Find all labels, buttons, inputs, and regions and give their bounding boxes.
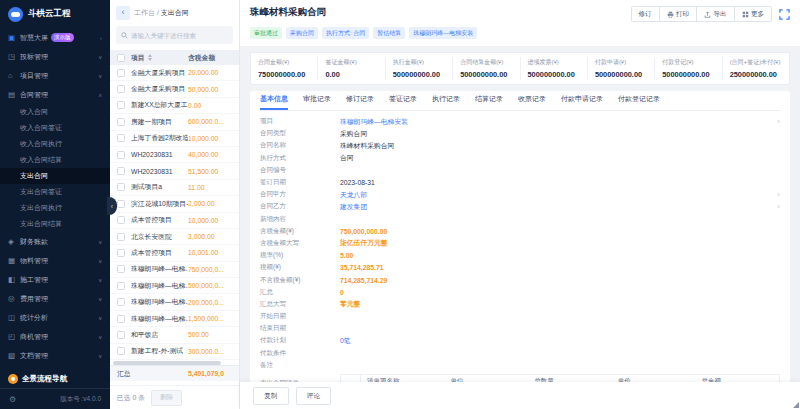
row-checkbox[interactable] — [117, 265, 125, 273]
comment-button[interactable]: 评论 — [296, 387, 332, 405]
list-item[interactable]: 成本管控项目 10,000.00 — [110, 213, 239, 229]
sidebar-item[interactable]: 收入合同 — [0, 104, 110, 120]
row-checkbox[interactable] — [117, 315, 125, 323]
app-logo-icon — [8, 7, 23, 22]
stat-item: 签证金额(¥) 0.00 — [317, 57, 384, 80]
tab[interactable]: 结算记录 — [475, 91, 503, 110]
field-value: 零元整 — [340, 299, 360, 309]
process-navigator[interactable]: 全景流程导航 — [0, 369, 110, 388]
row-checkbox[interactable] — [117, 183, 125, 191]
sidebar-item[interactable]: 收入合同执行 — [0, 136, 110, 152]
search-input[interactable] — [131, 32, 228, 39]
list-item[interactable]: 金融大厦采购项目 50,000.00 — [110, 81, 239, 97]
row-checkbox[interactable] — [117, 85, 125, 93]
list-item[interactable]: 珠穆朗玛峰—电梯... 500,000,0... — [110, 278, 239, 294]
copy-button[interactable]: 复制 — [253, 387, 289, 405]
sidebar-item[interactable]: ▤ 合同管理 ∧ — [0, 85, 110, 104]
list-item[interactable]: 珠穆朗玛峰—电梯... 750,000,0... — [110, 262, 239, 278]
delete-button[interactable]: 删除 — [151, 390, 182, 406]
row-checkbox[interactable] — [117, 151, 125, 159]
sidebar-item[interactable]: ◎ 费用管理 ∨ — [0, 289, 110, 308]
stat-value: 500000000.00 — [595, 70, 647, 79]
field-label: 合同乙方 — [260, 202, 340, 211]
field-label: 执行方式 — [260, 154, 340, 163]
sidebar-item[interactable]: ◰ 商机管理 ∨ — [0, 327, 110, 346]
tab[interactable]: 修订记录 — [346, 91, 374, 110]
export-button[interactable]: 导出 — [696, 7, 734, 21]
tab[interactable]: 执行记录 — [432, 91, 460, 110]
select-all-checkbox[interactable] — [117, 54, 125, 62]
sidebar-item[interactable]: 支出合同执行 — [0, 200, 110, 216]
row-checkbox[interactable] — [117, 200, 125, 208]
sidebar-item[interactable]: 支出合同 — [0, 168, 110, 184]
list-item[interactable]: 金融大厦采购项目 20,000.00 — [110, 65, 239, 81]
list-item[interactable]: 上海丁香园2期改造... 10,000.00 — [110, 131, 239, 147]
field-row: 合同甲方 天龙八部 › — [260, 189, 780, 201]
tab[interactable]: 付款登记记录 — [618, 91, 660, 110]
row-checkbox[interactable] — [117, 69, 125, 77]
row-checkbox[interactable] — [117, 118, 125, 126]
field-label: 合同名称 — [260, 141, 340, 150]
sidebar-item[interactable]: 收入合同结算 — [0, 152, 110, 168]
list-item[interactable]: 新建工程-外-测试 300,000.0... — [110, 344, 239, 360]
tab[interactable]: 审批记录 — [303, 91, 331, 110]
search-box[interactable] — [116, 26, 233, 44]
summary-row: 汇总 5,401,079,0 — [110, 365, 239, 381]
sidebar-item[interactable]: ◧ 施工管理 ∨ — [0, 270, 110, 289]
sidebar-item[interactable]: ◳ 投标管理 ∨ — [0, 47, 110, 66]
row-checkbox[interactable] — [117, 249, 125, 257]
sidebar-item[interactable]: ◈ 财务账款 ∨ — [0, 232, 110, 251]
sidebar-item[interactable]: 支出合同签证 — [0, 184, 110, 200]
row-checkbox[interactable] — [117, 101, 125, 109]
list-item[interactable]: 滨江花城10期项目-... 2,000.00 — [110, 196, 239, 212]
list-item[interactable]: WH20230831 40,000.00 — [110, 147, 239, 163]
list-item[interactable]: 和平饭店 500.00 — [110, 327, 239, 343]
sidebar-item[interactable]: 收入合同签证 — [0, 120, 110, 136]
stat-value: 500000000.00 — [393, 70, 445, 79]
sidebar-item[interactable]: ▧ 文档管理 ∨ — [0, 346, 110, 365]
tab[interactable]: 基本信息 — [260, 91, 288, 110]
back-button[interactable]: ‹ — [116, 6, 130, 20]
sidebar-item[interactable]: ⌂ 项目管理 ∨ — [0, 66, 110, 85]
row-checkbox[interactable] — [117, 298, 125, 306]
chevron-right-icon[interactable]: › — [777, 190, 780, 199]
list-item[interactable]: 测试项目a 11.00 — [110, 180, 239, 196]
more-button[interactable]: 更多 — [734, 7, 772, 21]
row-checkbox[interactable] — [117, 167, 125, 175]
row-checkbox[interactable] — [117, 331, 125, 339]
sidebar-item[interactable]: 支出合同结算 — [0, 216, 110, 232]
list-item[interactable]: 珠穆朗玛峰—电梯... 200,000,0... — [110, 294, 239, 310]
tab[interactable]: 付款申请记录 — [561, 91, 603, 110]
list-item[interactable]: 房建一期项目 600,000.0... — [110, 114, 239, 130]
menu-icon: ◧ — [8, 275, 20, 284]
field-value: 珠峰材料采购合同 — [340, 141, 394, 151]
revise-button[interactable]: 修订 — [632, 7, 659, 21]
stat-value: 0.00 — [325, 70, 377, 79]
tab[interactable]: 签证记录 — [389, 91, 417, 110]
row-project-name: 成本管控项目 — [131, 215, 188, 225]
chevron-right-icon[interactable]: › — [777, 117, 780, 126]
tab[interactable]: 收票记录 — [518, 91, 546, 110]
sidebar-item[interactable]: ▦ 物料管理 ∨ — [0, 251, 110, 270]
fullscreen-button[interactable] — [779, 9, 790, 20]
row-checkbox[interactable] — [117, 233, 125, 241]
row-checkbox[interactable] — [117, 282, 125, 290]
row-checkbox[interactable] — [117, 216, 125, 224]
row-checkbox[interactable] — [117, 347, 125, 355]
list-item[interactable]: 新建XX总部大厦工... 0.00 — [110, 98, 239, 114]
column-project[interactable]: 项目 — [131, 53, 145, 63]
list-item[interactable]: WH20230831 51,500.00 — [110, 163, 239, 179]
sidebar-item[interactable]: ▣ 智慧大屏 演示版 › — [0, 28, 110, 47]
list-item[interactable]: 北京长安医院 3,000.00 — [110, 229, 239, 245]
sort-icon[interactable] — [148, 54, 152, 61]
row-checkbox[interactable] — [117, 134, 125, 142]
gear-icon[interactable]: ⚙ — [9, 395, 16, 404]
list-item[interactable]: 成本管控项目 10,001.00 — [110, 245, 239, 261]
sidebar-item[interactable]: ◫ 统计分析 ∨ — [0, 308, 110, 327]
list-item[interactable]: 珠穆朗玛峰—电梯... 1,500,000... — [110, 311, 239, 327]
breadcrumb-parent[interactable]: 工作台 — [134, 9, 155, 16]
field-label: 合同编号 — [260, 166, 340, 175]
print-button[interactable]: 打印 — [659, 7, 697, 21]
chevron-right-icon[interactable]: › — [777, 202, 780, 211]
sidebar: 斗栱云工程 ▣ 智慧大屏 演示版 › ◳ 投标管理 ∨ ⌂ 项目管理 ∨ — [0, 0, 110, 409]
